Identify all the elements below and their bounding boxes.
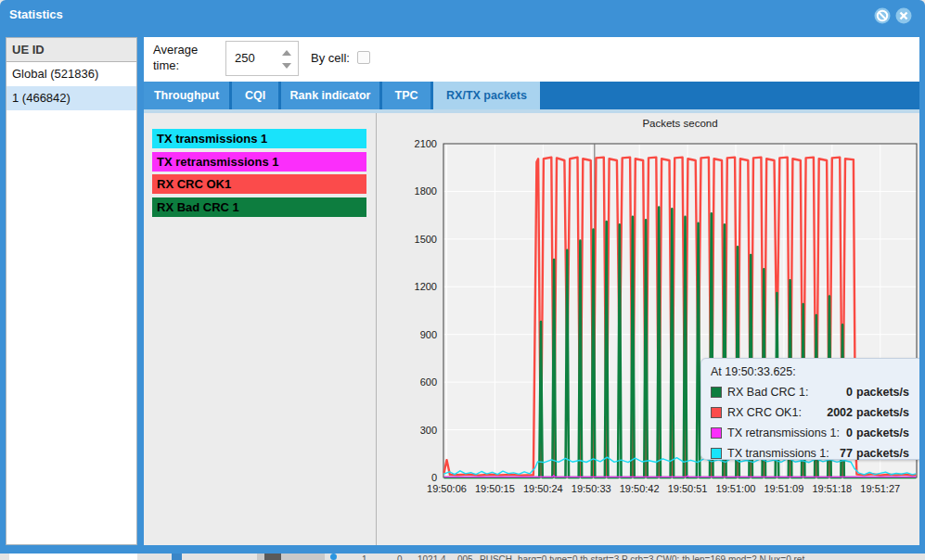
spinner-arrows[interactable]	[282, 50, 291, 69]
background-cell: 0	[397, 554, 403, 560]
tooltip-series-unit: packets/s	[853, 406, 919, 419]
x-tick-label: 19:51:00	[716, 483, 756, 494]
series-swatch-icon	[711, 427, 722, 439]
window-title: Statistics	[9, 0, 63, 30]
tab-cqi[interactable]: CQI	[232, 82, 278, 109]
tooltip-title: At 19:50:33.625:	[711, 365, 919, 378]
average-time-value[interactable]: 250	[235, 42, 255, 75]
legend-item[interactable]: RX CRC OK1	[152, 174, 366, 194]
x-tick-label: 19:50:24	[523, 483, 563, 494]
ue-list-header: UE ID	[6, 38, 136, 62]
series-swatch-icon	[711, 387, 722, 398]
y-tick-label: 1200	[415, 281, 437, 292]
right-panel: Average time: 250 By cell: ThroughputCQI…	[144, 37, 919, 545]
tooltip-series-value: 77	[840, 447, 853, 460]
y-tick-label: 600	[420, 376, 437, 388]
tabbar: ThroughputCQIRank indicatorTPCRX/TX pack…	[144, 82, 919, 109]
average-time-spinner[interactable]: 250	[225, 41, 299, 76]
background-progress-segment	[264, 554, 281, 560]
by-cell-label: By cell:	[311, 51, 350, 65]
x-tick-label: 19:50:51	[668, 483, 708, 494]
x-tick-label: 19:51:27	[860, 483, 900, 494]
background-cell: -	[237, 554, 239, 560]
tab-rx-tx-packets[interactable]: RX/TX packets	[433, 82, 540, 109]
sidebar-item[interactable]: 1 (466842)	[6, 86, 136, 110]
tab-tpc[interactable]: TPC	[382, 82, 430, 109]
background-log-text: harq=0 type=0 tb start=3 P crb=3 CW0: tb…	[518, 554, 804, 560]
y-tick-label: 2100	[415, 138, 437, 149]
tooltip-series-label: TX retransmissions 1:	[727, 426, 840, 439]
tooltip-series-value: 0	[846, 426, 853, 439]
content-area: TX transmissions 1TX retransmissions 1RX…	[144, 109, 919, 545]
x-tick-label: 19:51:09	[764, 483, 804, 494]
statistics-window: Statistics UE ID Global (521836)1 (46684…	[0, 0, 925, 554]
x-tick-label: 19:50:42	[620, 483, 660, 494]
x-tick-label: 19:50:15	[475, 483, 515, 494]
tooltip-row: TX retransmissions 1:0packets/s	[711, 423, 919, 443]
detach-icon[interactable]	[873, 6, 892, 25]
controls-bar: Average time: 250 By cell:	[144, 37, 919, 82]
tooltip-row: RX Bad CRC 1:0packets/s	[711, 382, 919, 402]
tooltip-row: RX CRC OK1:2002packets/s	[711, 402, 919, 423]
background-app-strip: - 1 0 1021.4 005 PUSCH harq=0 type=0 tb …	[0, 554, 925, 560]
tooltip-series-unit: packets/s	[853, 426, 919, 439]
close-icon[interactable]	[894, 6, 913, 25]
tooltip-series-label: RX CRC OK1:	[727, 406, 802, 419]
x-tick-label: 19:50:33	[572, 483, 611, 494]
chart-panel: Packets second 0300600900120015001800210…	[377, 113, 919, 545]
by-cell-checkbox[interactable]	[357, 51, 370, 64]
background-blue-cell	[172, 554, 182, 560]
x-tick-label: 19:50:06	[427, 483, 467, 494]
series-swatch-icon	[711, 448, 722, 459]
y-tick-label: 0	[431, 472, 437, 483]
y-tick-label: 900	[420, 329, 437, 340]
screen: Statistics UE ID Global (521836)1 (46684…	[0, 0, 925, 560]
tab-throughput[interactable]: Throughput	[144, 82, 229, 109]
series-swatch-icon	[711, 407, 722, 418]
legend-item[interactable]: TX retransmissions 1	[152, 152, 366, 172]
sidebar-item[interactable]: Global (521836)	[6, 62, 136, 86]
background-cell: PUSCH	[480, 554, 512, 560]
titlebar[interactable]: Statistics	[0, 0, 925, 30]
tooltip-series-label: RX Bad CRC 1:	[727, 386, 809, 399]
y-tick-label: 300	[420, 425, 437, 436]
y-tick-label: 1500	[415, 234, 437, 245]
ue-list-panel: UE ID Global (521836)1 (466842)	[6, 37, 137, 545]
tab-rank-indicator[interactable]: Rank indicator	[281, 82, 379, 109]
background-cell: 1	[362, 554, 367, 560]
background-panel	[9, 554, 137, 560]
droplet-icon	[330, 554, 337, 560]
average-time-label: Average time:	[153, 43, 225, 74]
legend-item[interactable]: TX transmissions 1	[152, 129, 366, 148]
background-cell: 005	[457, 554, 473, 560]
tooltip-series-unit: packets/s	[853, 447, 919, 460]
tooltip-series-value: 2002	[827, 406, 853, 419]
y-tick-label: 1800	[415, 185, 437, 197]
tooltip-row: TX transmissions 1:77packets/s	[711, 443, 919, 464]
tooltip-series-unit: packets/s	[853, 386, 919, 399]
background-progress-bar	[257, 554, 325, 560]
tooltip-series-label: TX transmissions 1:	[727, 447, 829, 460]
tooltip-series-value: 0	[846, 386, 853, 399]
background-cell: 1021.4	[418, 554, 446, 560]
legend-item[interactable]: RX Bad CRC 1	[152, 197, 366, 217]
chart-tooltip: At 19:50:33.625: RX Bad CRC 1:0packets/s…	[700, 358, 919, 460]
x-tick-label: 19:51:18	[812, 483, 852, 494]
spinner-up-icon[interactable]	[282, 50, 291, 56]
spinner-down-icon[interactable]	[282, 63, 291, 69]
packets-chart[interactable]: 0300600900120015001800210019:50:0619:50:…	[377, 113, 919, 545]
